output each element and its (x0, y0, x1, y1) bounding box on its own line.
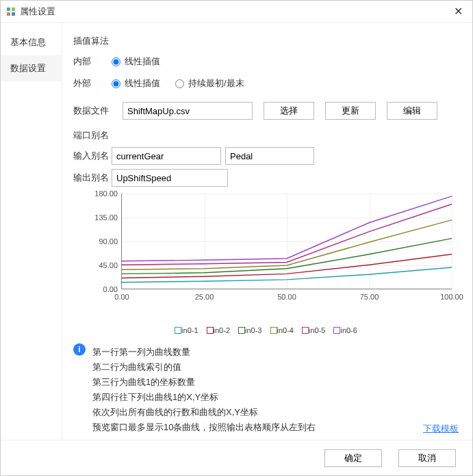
chart-ytick: 180.00 (88, 189, 118, 198)
legend-label: in0-4 (277, 326, 294, 334)
chart-xtick: 75.00 (360, 293, 379, 301)
legend-label: in0-5 (309, 326, 325, 334)
tab-basic-info[interactable]: 基本信息 (1, 29, 62, 55)
info-line-3: 第三行为曲线1的坐标数量 (92, 376, 316, 388)
info-line-6: 预览窗口最多显示10条曲线，按照输出表格顺序从左到右 (92, 421, 316, 434)
svg-rect-2 (7, 12, 10, 16)
main-panel: 插值算法 内部 线性插值 外部 线性插值 (62, 23, 472, 440)
info-line-2: 第二行为曲线索引的值 (92, 361, 316, 373)
legend-swatch-icon (238, 327, 245, 334)
radio-inner-linear-label: 线性插值 (125, 55, 160, 68)
radio-inner-linear-input[interactable] (112, 57, 120, 66)
edit-button[interactable]: 编辑 (387, 102, 437, 120)
legend-label: in0-6 (340, 326, 357, 334)
chart-xtick: 100.00 (440, 293, 463, 301)
legend-swatch-icon (270, 327, 277, 334)
chart-plot-area: 0.0045.0090.00135.00180.000.0025.0050.00… (121, 194, 452, 289)
legend-swatch-icon (175, 327, 181, 334)
legend-item: in0-2 (207, 326, 230, 334)
app-logo-icon (6, 7, 16, 16)
chart-series (122, 204, 452, 265)
legend-label: in0-3 (245, 326, 261, 334)
section-alias: 端口别名 (73, 129, 459, 142)
dialog-footer: 确定 取消 (1, 440, 472, 475)
legend-swatch-icon (333, 327, 340, 334)
chart-series (122, 254, 452, 278)
label-outer: 外部 (73, 77, 112, 90)
radio-outer-keep[interactable]: 持续最初/最末 (175, 77, 244, 90)
legend-item: in0-4 (270, 326, 294, 334)
tab-data-settings[interactable]: 数据设置 (1, 55, 62, 81)
chart-legend: in0-1 in0-2 in0-3 in0-4 in0-5 in0-6 (73, 326, 459, 335)
svg-rect-1 (12, 8, 15, 11)
chart-ytick: 135.00 (88, 213, 118, 222)
download-template-link[interactable]: 下载模板 (423, 423, 459, 435)
legend-label: in0-1 (181, 326, 198, 334)
legend-swatch-icon (302, 327, 309, 334)
chart-series (122, 267, 452, 282)
radio-outer-keep-input[interactable] (175, 79, 184, 88)
window-title: 属性设置 (20, 5, 450, 18)
info-icon: i (73, 343, 86, 356)
chart-ytick: 45.00 (88, 261, 118, 269)
radio-inner-linear[interactable]: 线性插值 (112, 55, 160, 68)
select-button[interactable]: 选择 (264, 102, 314, 120)
dialog-window: 属性设置 ✕ 基本信息 数据设置 插值算法 内部 线性插值 外部 (0, 0, 473, 476)
label-datafile: 数据文件 (73, 105, 112, 117)
input-alias-1[interactable] (112, 147, 221, 165)
input-alias-2[interactable] (225, 147, 314, 165)
radio-outer-linear-input[interactable] (112, 79, 120, 88)
label-input-alias: 输入别名 (73, 150, 112, 162)
chart-ytick: 0.00 (88, 285, 118, 293)
output-alias[interactable] (112, 169, 228, 187)
chart-xtick: 0.00 (114, 293, 129, 301)
chart-xtick: 50.00 (277, 293, 296, 301)
label-inner: 内部 (73, 55, 112, 68)
legend-item: in0-1 (175, 326, 198, 334)
sidebar: 基本信息 数据设置 (1, 23, 62, 440)
chart-series (122, 196, 452, 261)
ok-button[interactable]: 确定 (324, 449, 382, 467)
info-line-5: 依次列出所有曲线的行数和曲线的X,Y坐标 (92, 406, 316, 419)
titlebar: 属性设置 ✕ (1, 1, 472, 23)
legend-label: in0-2 (214, 326, 230, 334)
info-line-1: 第一行第一列为曲线数量 (92, 346, 316, 358)
label-output-alias: 输出别名 (73, 172, 112, 184)
legend-item: in0-3 (238, 326, 261, 334)
info-line-4: 第四行往下列出曲线1的X,Y坐标 (92, 391, 316, 404)
section-interp: 插值算法 (73, 35, 459, 47)
svg-rect-3 (12, 12, 15, 16)
legend-item: in0-5 (302, 326, 325, 334)
chart-xtick: 25.00 (195, 293, 214, 301)
chart-preview: 0.0045.0090.00135.00180.000.0025.0050.00… (73, 194, 459, 335)
info-text: 第一行第一列为曲线数量 第二行为曲线索引的值 第三行为曲线1的坐标数量 第四行往… (92, 343, 316, 436)
legend-swatch-icon (207, 327, 214, 334)
close-icon[interactable]: ✕ (450, 3, 467, 19)
chart-ytick: 90.00 (88, 237, 118, 246)
datafile-input[interactable] (123, 102, 253, 120)
radio-outer-keep-label: 持续最初/最末 (188, 77, 244, 90)
legend-item: in0-6 (333, 326, 357, 334)
radio-outer-linear[interactable]: 线性插值 (112, 77, 160, 90)
radio-outer-linear-label: 线性插值 (125, 77, 160, 90)
cancel-button[interactable]: 取消 (398, 449, 456, 467)
svg-rect-0 (7, 8, 10, 11)
refresh-button[interactable]: 更新 (325, 102, 376, 120)
